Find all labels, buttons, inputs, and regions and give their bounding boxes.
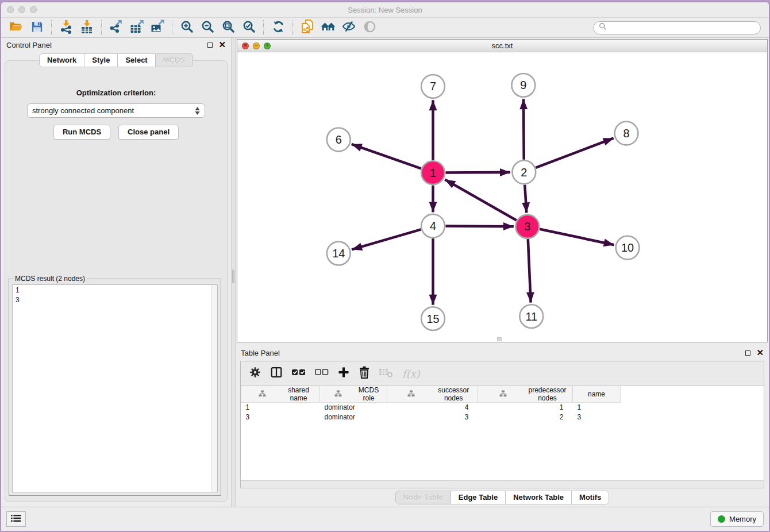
mcds-result-text[interactable]: 1 3 xyxy=(12,284,218,492)
zoom-selected-button[interactable] xyxy=(238,19,259,36)
show-columns-button[interactable] xyxy=(270,366,283,381)
graph-node-label: 7 xyxy=(430,80,436,92)
tab-network-table[interactable]: Network Table xyxy=(505,491,572,504)
control-panel-tabs: Network Style Select MCDS xyxy=(1,53,231,67)
float-panel-icon[interactable] xyxy=(207,43,213,48)
open-session-button[interactable] xyxy=(6,19,26,36)
graph-edge[interactable] xyxy=(352,144,421,169)
table-row[interactable]: 3 dominator 3 2 3 xyxy=(241,413,621,422)
tab-node-table[interactable]: Node Table xyxy=(395,491,451,504)
graph-edge[interactable] xyxy=(352,229,421,249)
save-disk-icon xyxy=(30,20,44,36)
gear-icon xyxy=(249,366,261,381)
tab-mcds[interactable]: MCDS xyxy=(155,53,193,67)
table-scroll-strip[interactable] xyxy=(241,480,764,488)
network-graph[interactable]: 7968124310141511 xyxy=(237,52,767,342)
network-window-title: scc.txt xyxy=(237,41,767,50)
canvas-grip[interactable] xyxy=(497,337,502,341)
deselect-all-button[interactable] xyxy=(315,368,329,379)
graph-node-label: 9 xyxy=(520,79,526,91)
import-table-icon xyxy=(79,19,94,36)
float-table-panel-icon[interactable] xyxy=(745,350,750,356)
search-field[interactable] xyxy=(593,21,761,34)
minimize-window-button[interactable] xyxy=(18,6,25,13)
tab-edge-table[interactable]: Edge Table xyxy=(451,491,506,504)
titlebar: Session: New Session xyxy=(1,2,769,17)
toolbar-separator xyxy=(101,20,102,35)
eye-icon xyxy=(363,20,376,36)
graph-edge[interactable] xyxy=(540,229,614,245)
trash-icon xyxy=(359,366,370,381)
close-panel-button[interactable]: Close panel xyxy=(118,125,179,140)
column-type-icon xyxy=(323,390,353,399)
close-window-button[interactable] xyxy=(7,6,14,13)
close-panel-icon[interactable]: ✕ xyxy=(218,42,226,48)
network-close-button[interactable]: ✕ xyxy=(242,43,249,49)
table-row[interactable]: 1 dominator 4 1 1 xyxy=(241,403,621,413)
close-table-panel-icon[interactable]: ✕ xyxy=(756,350,764,356)
column-header-name[interactable]: name xyxy=(573,386,621,403)
tab-motifs[interactable]: Motifs xyxy=(571,491,609,504)
export-table-icon xyxy=(129,20,144,36)
export-table-button[interactable] xyxy=(126,19,147,36)
control-panel-header: Control Panel ✕ xyxy=(1,38,231,52)
column-header-shared-name[interactable]: shared name xyxy=(241,386,320,403)
zoom-in-button[interactable] xyxy=(176,19,197,36)
table-delete-icon xyxy=(379,367,394,380)
search-input[interactable] xyxy=(610,24,755,32)
export-network-button[interactable] xyxy=(106,19,126,36)
graph-edge[interactable] xyxy=(445,226,513,226)
first-neighbors-button[interactable] xyxy=(318,19,338,36)
vertical-splitter[interactable] xyxy=(231,38,236,507)
graph-edge[interactable] xyxy=(536,138,613,167)
hide-details-button[interactable] xyxy=(338,19,359,36)
right-column: ✕ − + scc.txt 7968124310141511 Table Pan… xyxy=(236,38,769,507)
zoom-fit-button[interactable] xyxy=(218,19,238,36)
graph-node-label: 4 xyxy=(430,219,436,232)
save-session-button[interactable] xyxy=(26,19,47,36)
graph-edge[interactable] xyxy=(525,185,526,213)
import-table-button[interactable] xyxy=(76,19,97,36)
memory-label: Memory xyxy=(729,515,756,523)
graph-edge[interactable] xyxy=(445,172,510,173)
tab-select[interactable]: Select xyxy=(117,53,155,67)
mcds-panel: Optimization criterion: strongly connect… xyxy=(5,60,228,502)
table-panel-title: Table Panel xyxy=(241,349,280,357)
tab-network[interactable]: Network xyxy=(39,53,84,67)
add-column-button[interactable] xyxy=(337,366,350,381)
select-all-button[interactable] xyxy=(291,367,306,380)
apply-layout-button[interactable] xyxy=(268,19,288,36)
column-header-predecessor-nodes[interactable]: predecessor nodes xyxy=(478,386,573,403)
column-type-icon xyxy=(481,390,525,399)
network-minimize-button[interactable]: − xyxy=(253,43,260,49)
network-zoom-button[interactable]: + xyxy=(264,43,271,49)
column-type-icon xyxy=(244,390,280,399)
splitter-handle[interactable] xyxy=(232,269,234,283)
search-icon xyxy=(599,22,607,33)
result-scrollbar[interactable] xyxy=(211,285,217,492)
run-mcds-button[interactable]: Run MCDS xyxy=(53,125,110,140)
unchecked-boxes-icon xyxy=(315,368,329,379)
column-header-mcds-role[interactable]: MCDS role xyxy=(320,386,387,403)
table-toolbar: f(x) xyxy=(241,361,764,385)
mcds-result-title: MCDS result (2 nodes) xyxy=(13,275,87,283)
column-header-successor-nodes[interactable]: successor nodes xyxy=(387,386,478,403)
tab-style[interactable]: Style xyxy=(84,53,118,67)
clone-network-button[interactable] xyxy=(297,19,318,36)
zoom-window-button[interactable] xyxy=(30,6,37,13)
graph-edge[interactable] xyxy=(528,239,531,303)
task-history-button[interactable] xyxy=(6,511,26,527)
graph-edge[interactable] xyxy=(523,99,524,160)
graphics-details-button[interactable] xyxy=(359,19,380,36)
horizontal-splitter[interactable] xyxy=(236,342,769,346)
homes-icon xyxy=(320,20,336,36)
table-settings-button[interactable] xyxy=(249,366,261,381)
memory-button[interactable]: Memory xyxy=(710,511,764,527)
delete-column-button[interactable] xyxy=(359,366,370,381)
export-image-button[interactable] xyxy=(147,19,168,36)
graph-edge[interactable] xyxy=(445,180,516,221)
zoom-out-button[interactable] xyxy=(197,19,218,36)
optimization-criterion-select[interactable]: strongly connected component xyxy=(27,103,205,118)
import-network-button[interactable] xyxy=(56,19,76,36)
network-canvas[interactable]: 7968124310141511 xyxy=(237,52,767,342)
